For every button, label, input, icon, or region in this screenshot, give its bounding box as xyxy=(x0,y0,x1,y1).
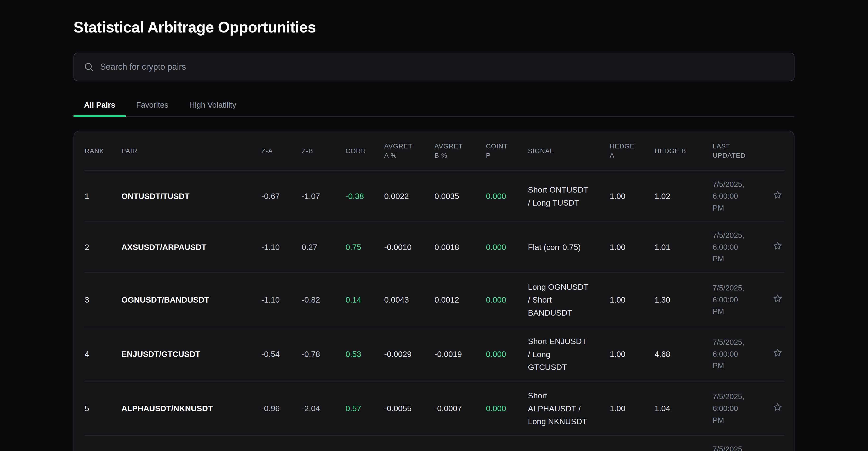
page-title: Statistical Arbitrage Opportunities xyxy=(73,19,795,36)
avgret-b-cell: 0.0012 xyxy=(434,273,486,327)
main-content: Statistical Arbitrage Opportunities All … xyxy=(73,0,795,451)
rank-cell: 1 xyxy=(85,171,121,222)
star-icon xyxy=(773,348,783,358)
last-updated-cell: 7/5/2025, 6:00:00 PM xyxy=(713,436,771,451)
z-a-cell: -0.67 xyxy=(261,171,302,222)
z-b-cell: -1.33 xyxy=(302,436,345,451)
favorite-cell xyxy=(771,273,784,327)
signal-cell: Flat (corr 0.75) xyxy=(528,222,610,273)
rank-cell: 4 xyxy=(85,327,121,381)
coint-p-cell: 0.000 xyxy=(486,327,528,381)
hedge-b-cell: 4.68 xyxy=(655,327,713,381)
column-header-avgret-b: AVGRET B % xyxy=(434,131,486,171)
favorite-cell xyxy=(771,327,784,381)
last-updated-cell: 7/5/2025, 6:00:00 PM xyxy=(713,327,771,381)
search-input[interactable] xyxy=(100,62,784,72)
hedge-a-cell: 1.00 xyxy=(610,171,655,222)
column-header-last-updated: LAST UPDATED xyxy=(713,131,771,171)
table-row[interactable]: 3 OGNUSDT/BANDUSDT -1.10 -0.82 0.14 0.00… xyxy=(85,273,784,327)
z-b-cell: 0.27 xyxy=(302,222,345,273)
star-icon xyxy=(773,294,783,304)
column-header-z-a: Z-A xyxy=(261,131,302,171)
avgret-a-cell: 0.0022 xyxy=(384,171,434,222)
avgret-a-cell: 0.0043 xyxy=(384,273,434,327)
search-icon xyxy=(84,62,94,72)
column-header-favorite xyxy=(771,131,784,171)
column-header-coint-p: COINT P xyxy=(486,131,528,171)
tab-all-pairs[interactable]: All Pairs xyxy=(73,96,126,117)
corr-cell: -0.38 xyxy=(345,171,384,222)
pair-cell: ENJUSDT/GTCUSDT xyxy=(121,327,261,381)
favorite-cell xyxy=(771,222,784,273)
z-a-cell: -0.96 xyxy=(261,381,302,436)
avgret-b-cell: 0.0018 xyxy=(434,222,486,273)
hedge-a-cell: 1.00 xyxy=(610,273,655,327)
column-header-z-b: Z-B xyxy=(302,131,345,171)
hedge-b-cell: 1.02 xyxy=(655,171,713,222)
column-header-corr: CORR xyxy=(345,131,384,171)
signal-cell: Flat (corr 0.69) xyxy=(528,436,610,451)
table-row[interactable]: 2 AXSUSDT/ARPAUSDT -1.10 0.27 0.75 -0.00… xyxy=(85,222,784,273)
coint-p-cell: 0.000 xyxy=(486,381,528,436)
signal-cell: Short ENJUSDT / Long GTCUSDT xyxy=(528,327,610,381)
favorite-star-button[interactable] xyxy=(772,293,783,305)
z-a-cell: -1.12 xyxy=(261,436,302,451)
corr-cell: 0.75 xyxy=(345,222,384,273)
hedge-b-cell: 1.16 xyxy=(655,436,713,451)
column-header-hedge-a: HEDGE A xyxy=(610,131,655,171)
column-header-signal: SIGNAL xyxy=(528,131,610,171)
signal-cell: Short ALPHAUSDT / Long NKNUSDT xyxy=(528,381,610,436)
hedge-a-cell: 1.00 xyxy=(610,327,655,381)
avgret-b-cell: 0.0015 xyxy=(434,436,486,451)
tab-high-volatility[interactable]: High Volatility xyxy=(179,96,247,117)
hedge-b-cell: 1.30 xyxy=(655,273,713,327)
tab-favorites[interactable]: Favorites xyxy=(126,96,179,117)
z-b-cell: -1.07 xyxy=(302,171,345,222)
pair-cell: ONTUSDT/TUSDT xyxy=(121,171,261,222)
favorite-star-button[interactable] xyxy=(772,189,783,201)
coint-p-cell: 0.000 xyxy=(486,273,528,327)
pair-cell: ALPHAUSDT/NKNUSDT xyxy=(121,381,261,436)
z-a-cell: -0.54 xyxy=(261,327,302,381)
last-updated-cell: 7/5/2025, 6:00:00 PM xyxy=(713,273,771,327)
avgret-a-cell: 0.0007 xyxy=(384,436,434,451)
z-b-cell: -0.82 xyxy=(302,273,345,327)
table-row[interactable]: 4 ENJUSDT/GTCUSDT -0.54 -0.78 0.53 -0.00… xyxy=(85,327,784,381)
table-header: RANK PAIR Z-A Z-B CORR AVGRET A % AVGRET… xyxy=(85,131,784,171)
column-header-avgret-a: AVGRET A % xyxy=(384,131,434,171)
signal-cell: Long OGNUSDT / Short BANDUSDT xyxy=(528,273,610,327)
corr-cell: 0.53 xyxy=(345,327,384,381)
column-header-rank: RANK xyxy=(85,131,121,171)
favorite-star-button[interactable] xyxy=(772,401,783,413)
rank-cell: 3 xyxy=(85,273,121,327)
rank-cell: 2 xyxy=(85,222,121,273)
avgret-a-cell: -0.0029 xyxy=(384,327,434,381)
table-row[interactable]: 6 DENTUSDT/BATUSDT -1.12 -1.33 0.69 0.00… xyxy=(85,436,784,451)
hedge-a-cell: 1.00 xyxy=(610,436,655,451)
coint-p-cell: 0.000 xyxy=(486,171,528,222)
avgret-b-cell: 0.0035 xyxy=(434,171,486,222)
coint-p-cell: 0.000 xyxy=(486,222,528,273)
favorite-star-button[interactable] xyxy=(772,347,783,359)
z-b-cell: -2.04 xyxy=(302,381,345,436)
last-updated-cell: 7/5/2025, 6:00:00 PM xyxy=(713,381,771,436)
corr-cell: 0.14 xyxy=(345,273,384,327)
search-bar xyxy=(73,53,795,81)
star-icon xyxy=(773,190,783,200)
hedge-a-cell: 1.00 xyxy=(610,222,655,273)
pair-cell: OGNUSDT/BANDUSDT xyxy=(121,273,261,327)
hedge-a-cell: 1.00 xyxy=(610,381,655,436)
star-icon xyxy=(773,241,783,251)
hedge-b-cell: 1.01 xyxy=(655,222,713,273)
pair-cell: DENTUSDT/BATUSDT xyxy=(121,436,261,451)
favorite-star-button[interactable] xyxy=(772,240,783,252)
favorite-cell xyxy=(771,171,784,222)
app-page: Statistical Arbitrage Opportunities All … xyxy=(0,0,868,451)
pairs-table-body: 1 ONTUSDT/TUSDT -0.67 -1.07 -0.38 0.0022… xyxy=(85,171,784,451)
hedge-b-cell: 1.04 xyxy=(655,381,713,436)
avgret-b-cell: -0.0007 xyxy=(434,381,486,436)
column-header-hedge-b: HEDGE B xyxy=(655,131,713,171)
table-row[interactable]: 1 ONTUSDT/TUSDT -0.67 -1.07 -0.38 0.0022… xyxy=(85,171,784,222)
table-row[interactable]: 5 ALPHAUSDT/NKNUSDT -0.96 -2.04 0.57 -0.… xyxy=(85,381,784,436)
corr-cell: 0.57 xyxy=(345,381,384,436)
